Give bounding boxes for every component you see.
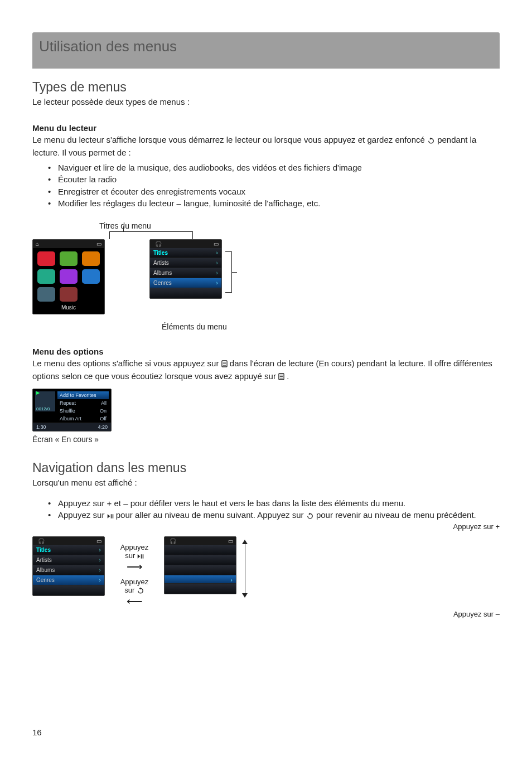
option-label: Shuffle (60, 408, 75, 414)
menu-row-titles: Titles (33, 545, 104, 555)
text-fragment: sur (125, 551, 137, 560)
types-intro: Le lecteur possède deux types de menus : (32, 96, 500, 108)
option-value: On (100, 408, 107, 414)
menu-row-albums: Albums (33, 565, 104, 575)
player-home-screen: ⌂ ▭ Music (32, 239, 105, 314)
elements-du-menu-label: Éléments du menu (162, 322, 500, 331)
list-icon (221, 358, 228, 370)
option-shuffle: Shuffle On (57, 407, 109, 415)
list-item: Enregistrer et écouter des enregistremen… (48, 186, 500, 197)
bracket-side (225, 251, 232, 293)
player-list-screen: 🎧 ▭ Titles Artists Albums Genres (149, 239, 222, 299)
option-label: Album Art (60, 416, 81, 421)
navigation-bullets: Appuyez sur + et – pour défiler vers le … (32, 497, 500, 522)
menu-des-options-text: Le menu des options s'affiche si vous ap… (32, 357, 500, 383)
player-home-footer: Music (33, 303, 104, 314)
svg-rect-10 (141, 554, 142, 559)
home-tile (37, 287, 55, 302)
svg-rect-9 (112, 515, 113, 519)
text-fragment: Appuyez (115, 578, 154, 586)
play-pause-icon (107, 510, 114, 522)
arrow-right-icon: ⟶ (115, 561, 154, 572)
total-time: 4:20 (98, 424, 108, 430)
svg-rect-8 (110, 515, 112, 519)
menu-des-options-heading: Menu des options (32, 347, 500, 356)
vertical-scroll-arrow (242, 540, 248, 598)
appuyez-plus-label: Appuyez sur + (183, 522, 500, 531)
option-repeat: Repeat All (57, 399, 109, 407)
text-fragment: . (287, 371, 289, 381)
svg-rect-11 (143, 554, 144, 559)
heading-types-de-menus: Types de menus (32, 80, 500, 95)
list-item: Appuyez sur pour aller au niveau de menu… (48, 509, 500, 522)
chevron-up-icon (242, 540, 248, 544)
home-tile (37, 251, 55, 266)
option-value: Off (100, 416, 107, 421)
track-counter: 0012/0 (36, 406, 50, 411)
menu-du-lecteur-bullets: Naviguer et lire de la musique, des audi… (32, 162, 500, 209)
titres-du-menu-label: Titres du menu (99, 221, 500, 230)
back-icon (306, 510, 314, 522)
text-fragment: Le menu du lecteur s'affiche lorsque vou… (32, 135, 427, 144)
home-tile (60, 269, 78, 284)
bracket-top (109, 231, 193, 239)
home-tile (60, 251, 78, 266)
menu-row-artists: Artists (150, 258, 221, 268)
battery-icon: ▭ (214, 241, 219, 247)
home-tile (82, 251, 100, 266)
menu-row-artists: Artists (33, 555, 104, 565)
section-title-bar: Utilisation des menus (32, 32, 500, 69)
back-icon (427, 135, 435, 147)
nav-diagram-middle: Appuyez sur ⟶ Appuyez sur ⟵ (115, 543, 154, 607)
battery-icon: ▭ (96, 241, 101, 247)
option-album-art: Album Art Off (57, 415, 109, 423)
elapsed-time: 1:30 (36, 424, 46, 430)
option-label: Repeat (60, 400, 76, 406)
nav-list-left: 🎧 ▭ Titles Artists Albums Genres (32, 536, 105, 596)
headphones-icon: 🎧 (155, 241, 162, 247)
menu-row-selected (165, 575, 236, 584)
menu-row-albums: Albums (150, 268, 221, 278)
home-icon: ⌂ (36, 241, 39, 247)
menu-row-genres: Genres (150, 278, 221, 288)
list-item: Écouter la radio (48, 173, 500, 185)
arrow-left-icon: ⟵ (115, 595, 154, 607)
list-item: Modifier les réglages du lecteur – langu… (48, 197, 500, 209)
text-fragment: Le menu des options s'affiche si vous ap… (32, 358, 221, 368)
battery-icon: ▭ (96, 538, 101, 544)
home-tile (82, 269, 100, 284)
home-tile (37, 269, 55, 284)
text-fragment: pour aller au niveau de menu suivant. Ap… (116, 510, 306, 520)
headphones-icon: 🎧 (170, 538, 176, 544)
headphones-icon: 🎧 (38, 538, 45, 544)
heading-navigation: Navigation dans les menus (32, 460, 500, 476)
list-icon (278, 371, 284, 383)
nav-list-right: 🎧 ▭ (164, 536, 236, 594)
navigation-intro: Lorsqu'un menu est affiché : (32, 477, 500, 488)
now-playing-screen: 0012/0 Add to Favorites Repeat All Shuff… (32, 389, 112, 432)
option-label: Add to Favorites (60, 392, 96, 398)
chevron-down-icon (242, 593, 248, 598)
menu-row-titles: Titles (150, 248, 221, 258)
option-value: All (101, 400, 107, 406)
page-number: 16 (32, 728, 42, 737)
battery-icon: ▭ (228, 538, 233, 544)
play-pause-icon (137, 552, 144, 561)
home-tile (60, 287, 78, 302)
album-art-thumbnail: 0012/0 (35, 391, 55, 411)
option-add-favorites: Add to Favorites (57, 391, 109, 399)
list-item: Appuyez sur + et – pour défiler vers le … (48, 497, 500, 509)
back-icon (137, 587, 144, 595)
text-fragment: sur (124, 586, 137, 594)
text-fragment: Appuyez sur (58, 510, 107, 520)
menu-du-lecteur-heading: Menu du lecteur (32, 123, 500, 133)
text-fragment: Appuyez (115, 543, 154, 551)
menu-du-lecteur-text: Le menu du lecteur s'affiche lorsque vou… (32, 134, 500, 158)
now-playing-caption: Écran « En cours » (32, 435, 500, 444)
appuyez-minus-label: Appuyez sur – (183, 610, 500, 618)
menu-row-genres: Genres (33, 575, 104, 585)
text-fragment: pour revenir au niveau de menu précédent… (316, 510, 476, 520)
list-item: Naviguer et lire de la musique, des audi… (48, 162, 500, 173)
